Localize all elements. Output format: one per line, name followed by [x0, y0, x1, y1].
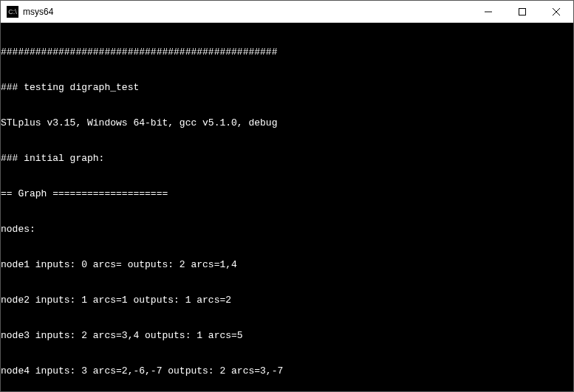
close-button[interactable]: [539, 1, 573, 22]
console-icon: C:\: [7, 6, 18, 18]
terminal-line: node3 inputs: 2 arcs=3,4 outputs: 1 arcs…: [1, 330, 573, 342]
terminal-line: == Graph ====================: [1, 188, 573, 200]
terminal-line: node1 inputs: 0 arcs= outputs: 2 arcs=1,…: [1, 259, 573, 271]
svg-rect-1: [519, 8, 526, 15]
terminal-line: node2 inputs: 1 arcs=1 outputs: 1 arcs=2: [1, 295, 573, 306]
terminal-line: ########################################…: [1, 47, 573, 58]
terminal-line: STLplus v3.15, Windows 64-bit, gcc v5.1.…: [1, 117, 573, 129]
terminal-line: nodes:: [1, 224, 573, 235]
close-icon: [553, 8, 560, 16]
titlebar[interactable]: C:\ msys64: [1, 1, 573, 23]
maximize-button[interactable]: [505, 1, 539, 22]
window: C:\ msys64 #############################…: [0, 0, 574, 392]
maximize-icon: [519, 8, 526, 16]
minimize-button[interactable]: [471, 1, 505, 22]
terminal-line: ### testing digraph_test: [1, 82, 573, 94]
terminal-output[interactable]: ########################################…: [1, 23, 573, 391]
terminal-line: ### initial graph:: [1, 153, 573, 165]
window-controls: [471, 1, 573, 22]
window-title: msys64: [23, 7, 471, 17]
terminal-line: node4 inputs: 3 arcs=2,-6,-7 outputs: 2 …: [1, 365, 573, 377]
minimize-icon: [485, 8, 492, 16]
